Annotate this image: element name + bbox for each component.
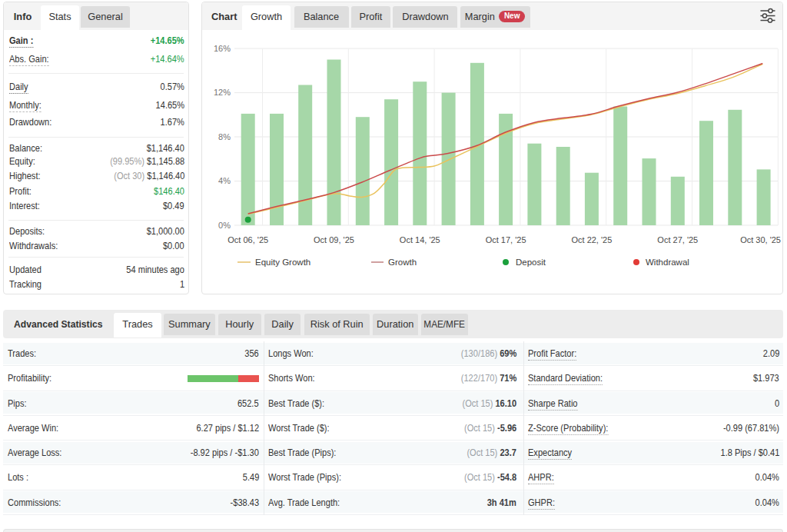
svg-text:Oct 27, '25: Oct 27, '25 [657,235,698,244]
svg-text:Equity Growth: Equity Growth [255,258,310,267]
svg-text:0%: 0% [218,221,231,230]
svg-text:Withdrawal: Withdrawal [646,258,689,267]
svg-text:Oct 09, '25: Oct 09, '25 [314,235,354,244]
svg-text:Oct 30, '25: Oct 30, '25 [740,235,781,244]
svg-text:16%: 16% [214,44,231,53]
svg-text:Oct 14, '25: Oct 14, '25 [400,235,440,244]
svg-text:Oct 06, '25: Oct 06, '25 [227,235,268,244]
svg-text:12%: 12% [214,88,231,97]
svg-text:Deposit: Deposit [516,258,546,267]
svg-text:4%: 4% [218,176,231,185]
svg-text:Oct 17, '25: Oct 17, '25 [486,235,526,244]
svg-text:Growth: Growth [388,258,417,267]
svg-text:Oct 22, '25: Oct 22, '25 [571,235,612,244]
svg-text:8%: 8% [218,132,231,141]
